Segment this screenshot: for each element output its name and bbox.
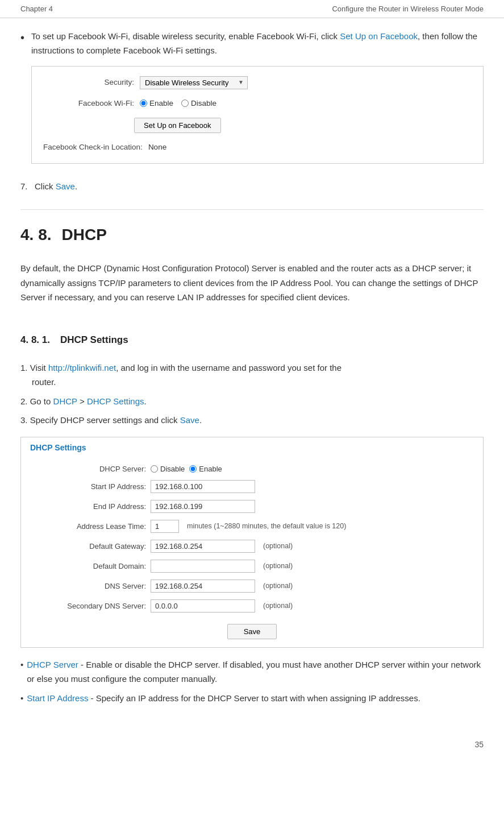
bottom-bullet-0: • DHCP Server - Enable or disable the DH… bbox=[20, 658, 484, 686]
checkin-label: Facebook Check-in Location: bbox=[43, 141, 143, 154]
dhcp-server-label: DHCP Server: bbox=[32, 465, 146, 473]
lease-time-input[interactable] bbox=[151, 520, 179, 533]
step-7: 7. Click Save. bbox=[20, 180, 484, 193]
end-ip-input[interactable] bbox=[151, 500, 255, 513]
lease-time-label: Address Lease Time: bbox=[32, 522, 146, 531]
security-label: Security: bbox=[43, 76, 134, 89]
dhcp-link[interactable]: DHCP bbox=[53, 396, 77, 406]
dns-server-input[interactable] bbox=[151, 580, 255, 593]
section-481-title: DHCP Settings bbox=[60, 334, 128, 346]
bottom-bullet-1: • Start IP Address - Specify an IP addre… bbox=[20, 692, 484, 706]
bullet-marker-1: • bbox=[20, 692, 23, 706]
default-gateway-input[interactable] bbox=[151, 540, 255, 553]
section-481-number: 4. 8. 1. bbox=[20, 334, 50, 346]
dhcp-settings-box: DHCP Settings DHCP Server: Disable Enabl… bbox=[20, 437, 484, 648]
security-row: Security: Disable Wireless Security bbox=[32, 72, 483, 93]
start-ip-term-link[interactable]: Start IP Address bbox=[27, 693, 88, 703]
radio-disable-text: Disable bbox=[191, 97, 216, 110]
section-48-number: 4. 8. bbox=[20, 226, 51, 244]
setup-on-facebook-button[interactable]: Set Up on Facebook bbox=[134, 118, 221, 133]
step2-mid: > bbox=[77, 396, 87, 406]
dhcp-settings-link[interactable]: DHCP Settings bbox=[87, 396, 144, 406]
section-481-heading: 4. 8. 1. DHCP Settings bbox=[20, 318, 484, 353]
section-divider bbox=[20, 209, 484, 210]
intro-text-before: To set up Facebook Wi-Fi, disable wirele… bbox=[31, 31, 340, 41]
dhcp-disable-text: Disable bbox=[160, 465, 185, 473]
dhcp-server-row: DHCP Server: Disable Enable bbox=[21, 461, 483, 477]
setup-button-row: Set Up on Facebook bbox=[32, 114, 483, 137]
secondary-dns-hint: (optional) bbox=[263, 602, 293, 610]
step3-suffix: . bbox=[199, 415, 202, 425]
start-ip-input[interactable] bbox=[151, 480, 255, 493]
section-48-heading: 4. 8. DHCP bbox=[20, 220, 484, 253]
secondary-dns-row: Secondary DNS Server: (optional) bbox=[21, 596, 483, 616]
dhcp-server-desc: - Enable or disable the DHCP server. If … bbox=[27, 660, 481, 684]
radio-disable-label[interactable]: Disable bbox=[181, 97, 216, 110]
dhcp-save-button[interactable]: Save bbox=[227, 624, 277, 639]
step1-line: 1. Visit http://tplinkwifi.net, and log … bbox=[20, 361, 484, 390]
step3-prefix: 3. Specify DHCP server settings and clic… bbox=[20, 415, 180, 425]
default-gateway-label: Default Gateway: bbox=[32, 542, 146, 551]
step7-suffix: . bbox=[75, 181, 77, 191]
lease-time-hint: minutes (1~2880 minutes, the default val… bbox=[187, 522, 346, 530]
dhcp-save-row: Save bbox=[21, 616, 483, 647]
start-ip-label: Start IP Address: bbox=[32, 482, 146, 491]
security-select[interactable]: Disable Wireless Security bbox=[140, 76, 248, 89]
facebook-wifi-row: Facebook Wi-Fi: Enable Disable bbox=[32, 93, 483, 114]
step7-save-link[interactable]: Save bbox=[56, 181, 75, 191]
default-domain-input[interactable] bbox=[151, 560, 255, 573]
dhcp-server-term-link[interactable]: DHCP Server bbox=[27, 660, 78, 669]
radio-disable[interactable] bbox=[181, 100, 189, 107]
checkin-row: Facebook Check-in Location: None bbox=[32, 137, 483, 158]
dhcp-enable-text: Enable bbox=[199, 465, 222, 473]
bullet-dot: • bbox=[20, 30, 24, 169]
radio-enable-label[interactable]: Enable bbox=[140, 97, 173, 110]
step3-save-link[interactable]: Save bbox=[180, 415, 199, 425]
chapter-title: Configure the Router in Wireless Router … bbox=[332, 5, 484, 13]
secondary-dns-input[interactable] bbox=[151, 599, 255, 613]
chapter-label: Chapter 4 bbox=[20, 5, 53, 13]
dhcp-enable-radio[interactable] bbox=[189, 465, 197, 473]
radio-enable[interactable] bbox=[140, 100, 147, 107]
checkin-value: None bbox=[148, 141, 166, 154]
default-gateway-row: Default Gateway: (optional) bbox=[21, 536, 483, 556]
facebook-wifi-radio-group: Enable Disable bbox=[140, 97, 216, 110]
default-gateway-hint: (optional) bbox=[263, 542, 293, 550]
page-header: Chapter 4 Configure the Router in Wirele… bbox=[0, 0, 504, 18]
end-ip-label: End IP Address: bbox=[32, 502, 146, 511]
dns-server-row: DNS Server: (optional) bbox=[21, 576, 483, 596]
dns-server-label: DNS Server: bbox=[32, 582, 146, 590]
default-domain-hint: (optional) bbox=[263, 562, 293, 570]
step1-line2: router. bbox=[20, 377, 56, 387]
start-ip-row: Start IP Address: bbox=[21, 477, 483, 496]
step7-prefix: 7. Click bbox=[20, 181, 56, 191]
step1-prefix: 1. Visit bbox=[20, 363, 48, 373]
dns-server-hint: (optional) bbox=[263, 582, 293, 590]
end-ip-row: End IP Address: bbox=[21, 496, 483, 516]
step1-suffix: , and log in with the username and passw… bbox=[116, 363, 341, 373]
bottom-bullets: • DHCP Server - Enable or disable the DH… bbox=[20, 658, 484, 706]
page-number: 35 bbox=[0, 734, 504, 749]
security-select-wrapper[interactable]: Disable Wireless Security bbox=[140, 76, 248, 89]
secondary-dns-label: Secondary DNS Server: bbox=[32, 602, 146, 610]
dhcp-enable-label[interactable]: Enable bbox=[189, 465, 222, 473]
bullet-content-0: DHCP Server - Enable or disable the DHCP… bbox=[27, 658, 484, 686]
lease-time-row: Address Lease Time: minutes (1~2880 minu… bbox=[21, 516, 483, 536]
tplinkwifi-link[interactable]: http://tplinkwifi.net bbox=[48, 363, 116, 373]
screenshot-box: Security: Disable Wireless Security Face… bbox=[31, 66, 484, 164]
default-domain-label: Default Domain: bbox=[32, 562, 146, 570]
step2-line: 2. Go to DHCP > DHCP Settings. bbox=[20, 394, 484, 409]
dhcp-intro-para: By default, the DHCP (Dynamic Host Confi… bbox=[20, 261, 484, 305]
bullet-text: To set up Facebook Wi-Fi, disable wirele… bbox=[31, 30, 484, 169]
intro-bullet: • To set up Facebook Wi-Fi, disable wire… bbox=[20, 30, 484, 169]
step2-suffix: . bbox=[144, 396, 147, 406]
bullet-content-1: Start IP Address - Specify an IP address… bbox=[27, 692, 420, 706]
dhcp-disable-radio[interactable] bbox=[151, 465, 158, 473]
dhcp-box-title: DHCP Settings bbox=[21, 437, 483, 457]
radio-enable-text: Enable bbox=[149, 97, 173, 110]
section-48-title: DHCP bbox=[61, 226, 106, 244]
default-domain-row: Default Domain: (optional) bbox=[21, 556, 483, 576]
step3-line: 3. Specify DHCP server settings and clic… bbox=[20, 413, 484, 428]
dhcp-disable-label[interactable]: Disable bbox=[151, 465, 185, 473]
setup-facebook-link[interactable]: Set Up on Facebook bbox=[340, 31, 418, 41]
